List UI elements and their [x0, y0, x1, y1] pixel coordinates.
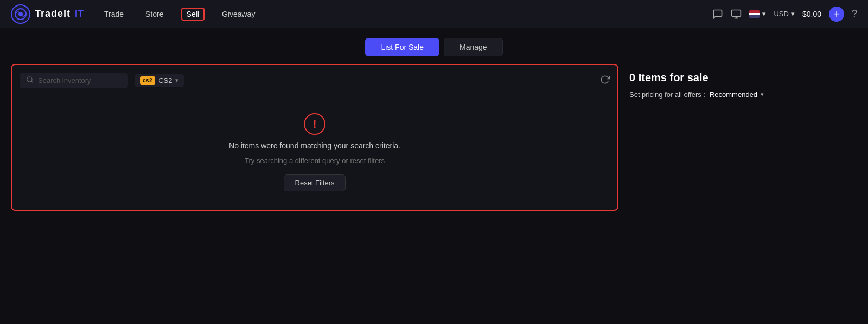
pricing-value: Recommended	[710, 90, 757, 99]
currency-label: USD	[774, 10, 788, 18]
monitor-button[interactable]	[731, 9, 742, 20]
pricing-chevron-icon: ▾	[761, 91, 764, 98]
balance-display: $0.00	[802, 10, 821, 18]
nav-links: Trade Store Sell Giveaway	[100, 8, 259, 21]
add-funds-button[interactable]: +	[829, 7, 844, 22]
currency-selector[interactable]: USD ▾	[774, 10, 794, 18]
search-input[interactable]	[38, 76, 114, 85]
flag-icon	[749, 10, 760, 18]
svg-point-6	[27, 77, 32, 82]
brand-name-suffix: IT	[75, 8, 84, 20]
inventory-panel: cs2 CS2 ▾ ! No items were found matching…	[11, 64, 618, 211]
nav-store[interactable]: Store	[141, 8, 168, 21]
search-box	[20, 73, 128, 88]
reset-filters-button[interactable]: Reset Filters	[284, 174, 346, 191]
refresh-button[interactable]	[600, 75, 610, 87]
empty-state: ! No items were found matching your sear…	[20, 97, 610, 202]
pricing-dropdown[interactable]: Recommended ▾	[710, 90, 764, 99]
cs2-badge: cs2	[140, 76, 155, 85]
game-name: CS2	[158, 76, 172, 85]
main-content: cs2 CS2 ▾ ! No items were found matching…	[0, 64, 868, 211]
inventory-toolbar: cs2 CS2 ▾	[20, 73, 610, 88]
page-tabs: List For Sale Manage	[0, 28, 868, 64]
chevron-down-icon: ▾	[791, 10, 795, 18]
nav-right: ▾ USD ▾ $0.00 + ?	[712, 7, 857, 22]
logo-icon	[11, 4, 30, 24]
balance-value: 0.00	[807, 10, 821, 18]
chat-button[interactable]	[712, 9, 723, 20]
chevron-down-icon: ▾	[762, 10, 766, 18]
game-selector[interactable]: cs2 CS2 ▾	[135, 74, 184, 87]
navbar: TradeIt IT Trade Store Sell Giveaway ▾ U…	[0, 0, 868, 28]
balance-prefix: $	[802, 10, 807, 18]
nav-sell[interactable]: Sell	[181, 8, 205, 21]
tab-manage[interactable]: Manage	[444, 38, 503, 56]
items-count: 0 Items for sale	[629, 72, 857, 84]
sell-sidebar: 0 Items for sale Set pricing for all off…	[629, 64, 857, 211]
warning-icon: !	[304, 113, 326, 135]
chevron-down-icon: ▾	[175, 77, 178, 84]
empty-subtitle: Try searching a different query or reset…	[245, 157, 385, 165]
help-button[interactable]: ?	[852, 8, 857, 20]
nav-trade[interactable]: Trade	[100, 8, 128, 21]
search-icon	[26, 76, 34, 85]
pricing-label: Set pricing for all offers :	[629, 90, 705, 99]
svg-line-7	[31, 81, 33, 83]
pricing-row: Set pricing for all offers : Recommended…	[629, 90, 857, 99]
svg-rect-3	[732, 10, 741, 16]
brand-name: TradeIt	[35, 8, 71, 20]
flag-currency-selector[interactable]: ▾	[749, 10, 766, 18]
tab-list-for-sale[interactable]: List For Sale	[365, 38, 439, 56]
logo: TradeIt IT	[11, 4, 84, 24]
nav-giveaway[interactable]: Giveaway	[218, 8, 259, 21]
empty-title: No items were found matching your search…	[229, 141, 400, 150]
